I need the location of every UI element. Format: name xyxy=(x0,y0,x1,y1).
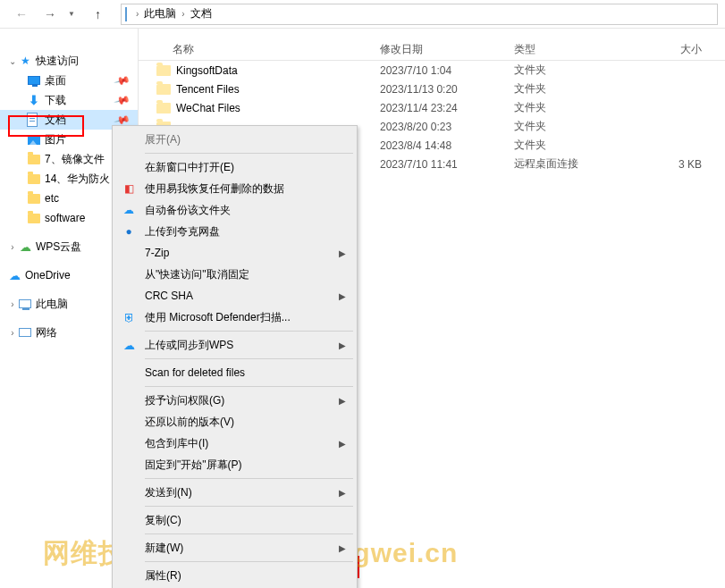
file-row[interactable]: Tencent Files2023/11/13 0:20文件夹 xyxy=(139,80,725,98)
pc-icon xyxy=(18,297,32,311)
ctx-restore-previous[interactable]: 还原以前的版本(V) xyxy=(114,411,355,433)
sidebar-item-label: 14、华为防火 xyxy=(45,172,110,187)
cloud-icon: ☁ xyxy=(18,239,32,254)
sidebar-item-label: WPS云盘 xyxy=(36,239,81,255)
sidebar-downloads[interactable]: ⬇ 下载 📌 xyxy=(0,90,138,110)
forward-icon[interactable]: → xyxy=(43,7,57,21)
file-type: 文件夹 xyxy=(514,119,648,134)
pictures-icon xyxy=(27,132,41,147)
nav-arrows: ← → ▼ ↑ xyxy=(7,7,114,21)
desktop-icon xyxy=(27,73,41,88)
column-date[interactable]: 修改日期 xyxy=(380,42,514,57)
folder-icon xyxy=(156,103,171,113)
separator xyxy=(145,533,353,534)
file-date: 2023/7/10 11:41 xyxy=(380,158,514,171)
file-date: 2023/8/20 0:23 xyxy=(380,121,514,133)
folder-icon xyxy=(27,152,41,166)
sidebar-item-label: software xyxy=(45,212,85,224)
folder-icon xyxy=(27,172,41,186)
ctx-include-library[interactable]: 包含到库中(I) ▶ xyxy=(114,433,355,454)
file-type: 文件夹 xyxy=(514,81,648,97)
onedrive-icon: ☁ xyxy=(7,268,21,282)
star-icon: ★ xyxy=(18,54,32,68)
separator xyxy=(145,478,353,479)
separator xyxy=(145,561,353,562)
separator xyxy=(145,358,353,359)
ctx-upload-wps[interactable]: ☁ 上传或同步到WPS ▶ xyxy=(114,334,355,356)
file-type: 文件夹 xyxy=(514,100,648,115)
chevron-right-icon: › xyxy=(131,9,144,19)
ctx-defender-scan[interactable]: ⛨ 使用 Microsoft Defender扫描... xyxy=(114,307,355,328)
quick-access[interactable]: ⌄ ★ 快速访问 xyxy=(0,51,138,71)
breadcrumb-root[interactable]: 此电脑 xyxy=(144,6,176,21)
shield-icon: ⛨ xyxy=(122,310,136,324)
address-bar[interactable]: › 此电脑 › 文档 xyxy=(121,4,718,25)
ctx-crc-sha[interactable]: CRC SHA ▶ xyxy=(114,285,355,307)
file-row[interactable]: KingsoftData2023/7/10 1:04文件夹 xyxy=(139,61,725,80)
ctx-expand[interactable]: 展开(A) xyxy=(114,129,355,150)
backup-icon: ☁ xyxy=(122,203,136,217)
chevron-right-icon: ▶ xyxy=(339,488,346,498)
sidebar-item-label: etc xyxy=(45,192,59,205)
ctx-copy[interactable]: 复制(C) xyxy=(114,509,355,531)
file-date: 2023/11/4 23:24 xyxy=(380,102,514,114)
chevron-right-icon: › xyxy=(176,9,190,19)
file-type: 文件夹 xyxy=(514,138,648,153)
history-dropdown-icon[interactable]: ▼ xyxy=(68,10,75,18)
ctx-unpin-quick-access[interactable]: 从"快速访问"取消固定 xyxy=(114,264,355,285)
sidebar-item-label: 文档 xyxy=(45,113,66,128)
sidebar-item-label: 7、镜像文件 xyxy=(45,152,105,167)
file-row[interactable]: WeChat Files2023/11/4 23:24文件夹 xyxy=(139,98,725,117)
column-type[interactable]: 类型 xyxy=(514,42,648,57)
expand-icon[interactable]: › xyxy=(7,299,18,309)
ctx-open-new-window[interactable]: 在新窗口中打开(E) xyxy=(114,156,355,178)
ctx-pin-start[interactable]: 固定到"开始"屏幕(P) xyxy=(114,454,355,475)
column-name[interactable]: 名称 xyxy=(139,42,380,57)
ctx-send-to[interactable]: 发送到(N) ▶ xyxy=(114,482,355,503)
file-name: Tencent Files xyxy=(176,83,240,96)
ctx-scan-deleted[interactable]: Scan for deleted files xyxy=(114,362,355,383)
file-name: WeChat Files xyxy=(176,102,240,114)
sidebar-item-label: 图片 xyxy=(45,132,66,147)
file-date: 2023/8/4 14:48 xyxy=(380,139,514,152)
ctx-upload-kuake[interactable]: ● 上传到夸克网盘 xyxy=(114,221,355,242)
chevron-right-icon: ▶ xyxy=(339,543,346,553)
ctx-new[interactable]: 新建(W) ▶ xyxy=(114,537,355,559)
ctx-grant-access[interactable]: 授予访问权限(G) ▶ xyxy=(114,390,355,411)
context-menu: 展开(A) 在新窗口中打开(E) ◧ 使用易我恢复任何删除的数据 ☁ 自动备份该… xyxy=(112,125,358,588)
column-size[interactable]: 大小 xyxy=(648,42,711,57)
file-type: 远程桌面连接 xyxy=(514,156,648,172)
up-icon[interactable]: ↑ xyxy=(89,7,106,21)
ctx-properties[interactable]: 属性(R) xyxy=(114,565,355,586)
file-type: 文件夹 xyxy=(514,63,648,78)
file-size: 3 KB xyxy=(648,158,711,171)
network-icon xyxy=(18,325,32,340)
separator xyxy=(145,153,353,154)
recovery-icon: ◧ xyxy=(122,181,136,196)
ctx-easy-recovery[interactable]: ◧ 使用易我恢复任何删除的数据 xyxy=(114,178,355,199)
folder-icon xyxy=(156,84,171,95)
column-headers: 名称 修改日期 类型 大小 xyxy=(139,29,725,61)
chevron-right-icon: ▶ xyxy=(339,248,346,258)
breadcrumb-current[interactable]: 文档 xyxy=(190,6,212,21)
separator xyxy=(145,386,353,387)
chevron-right-icon: ▶ xyxy=(339,340,346,350)
titlebar: ← → ▼ ↑ › 此电脑 › 文档 xyxy=(0,0,725,29)
chevron-right-icon: ▶ xyxy=(339,291,346,301)
sidebar-desktop[interactable]: 桌面 📌 xyxy=(0,71,138,90)
quick-access-label: 快速访问 xyxy=(36,54,79,69)
collapse-icon[interactable]: ⌄ xyxy=(7,56,18,66)
ctx-7zip[interactable]: 7-Zip ▶ xyxy=(114,242,355,264)
wps-cloud-icon: ☁ xyxy=(122,338,136,352)
ctx-auto-backup[interactable]: ☁ 自动备份该文件夹 xyxy=(114,199,355,221)
expand-icon[interactable]: › xyxy=(7,328,18,338)
expand-icon[interactable]: › xyxy=(7,242,18,252)
back-icon[interactable]: ← xyxy=(14,7,29,21)
pin-icon: 📌 xyxy=(114,71,131,89)
separator xyxy=(145,506,353,507)
chevron-right-icon: ▶ xyxy=(339,439,346,449)
file-date: 2023/11/13 0:20 xyxy=(380,83,514,96)
pin-icon: 📌 xyxy=(114,91,131,109)
kuake-icon: ● xyxy=(122,224,136,239)
sidebar-item-label: 下载 xyxy=(45,93,66,108)
